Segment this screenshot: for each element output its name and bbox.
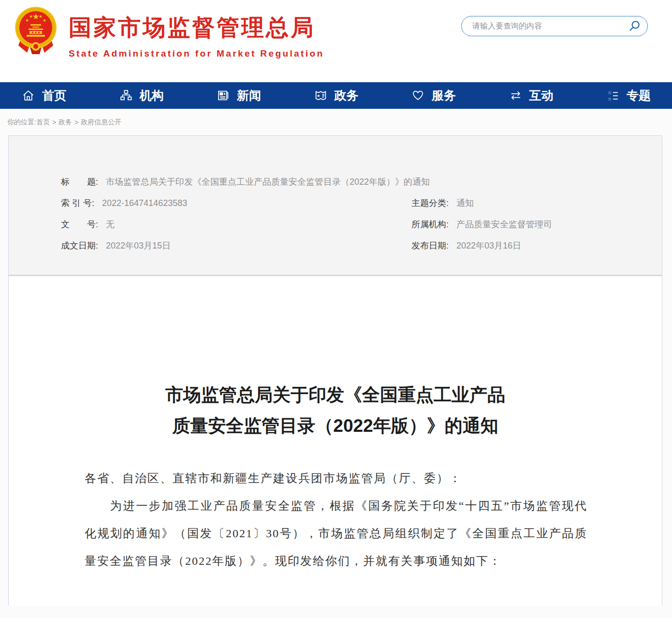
document-title-line2: 质量安全监管目录（2022年版）》的通知 [172,416,498,436]
svg-text:★: ★ [25,18,29,23]
nav-item-interaction[interactable]: 互动 [509,88,554,103]
svg-text:★: ★ [29,14,33,19]
org-icon [119,89,132,102]
heart-icon [411,89,424,102]
document-body-section: 市场监管总局关于印发《全国重点工业产品 质量安全监管目录（2022年版）》的通知… [9,275,662,575]
news-icon [217,89,230,102]
document-body-text: 各省、自治区、直辖市和新疆生产建设兵团市场监管局（厅、委）： 为进一步加强工业产… [85,465,587,575]
meta-written-date-label: 成文日期: [61,241,98,250]
meta-row-index-number: 索 引 号:2022-1647414623583 [61,199,411,207]
breadcrumb-separator: > [52,118,56,126]
nav-item-home[interactable]: 首页 [22,88,66,103]
meta-docnum-value: 无 [106,220,115,229]
meta-index-value: 2022-1647414623583 [102,198,187,208]
gov-icon: ★ [314,89,327,102]
home-icon [22,89,35,102]
nav-item-services[interactable]: 服务 [411,88,456,103]
breadcrumb-item-info-disclosure[interactable]: 政府信息公开 [81,118,121,127]
nav-item-label: 机构 [140,88,164,103]
meta-org-value: 产品质量安全监督管理司 [456,220,552,229]
meta-title-label: 标 题: [61,177,98,187]
document-container: 标 题:市场监管总局关于印发《全国重点工业产品质量安全监管目录（2022年版）》… [8,135,662,606]
nav-item-label: 专题 [627,88,651,103]
meta-row-category: 主题分类:通知 [411,199,643,207]
nav-item-organization[interactable]: 机构 [119,88,164,103]
meta-row-document-number: 文 号:无 [61,220,411,229]
search-input[interactable] [462,17,625,35]
svg-text:☆: ☆ [608,96,612,102]
meta-row-issuing-org: 所属机构:产品质量安全监督管理司 [411,220,643,229]
brand[interactable]: ★ ★ ★ ★ ★ 国家市场监督管理总局 State Administratio… [15,6,324,59]
meta-row-title: 标 题:市场监管总局关于印发《全国重点工业产品质量安全监管目录（2022年版）》… [61,177,643,186]
meta-publish-date-value: 2022年03月16日 [456,241,521,250]
nav-item-topics[interactable]: ☆ ☆ 专题 [606,88,651,103]
meta-written-date-value: 2022年03月15日 [106,241,171,250]
nav-item-label: 政务 [335,88,359,103]
breadcrumb-prefix: 你的位置: [7,118,36,127]
national-emblem-logo: ★ ★ ★ ★ ★ [15,6,57,56]
document-title: 市场监管总局关于印发《全国重点工业产品 质量安全监管目录（2022年版）》的通知 [9,380,662,441]
meta-title-value: 市场监管总局关于印发《全国重点工业产品质量安全监管目录（2022年版）》的通知 [106,177,430,187]
document-paragraph-intro: 为进一步加强工业产品质量安全监管，根据《国务院关于印发“十四五”市场监管现代化规… [85,492,587,575]
main-nav: 首页 机构 新闻 ★ [0,82,672,109]
document-paragraph-salutation: 各省、自治区、直辖市和新疆生产建设兵团市场监管局（厅、委）： [85,465,587,492]
meta-org-label: 所属机构: [411,220,449,229]
nav-item-label: 新闻 [237,88,261,103]
document-title-line1: 市场监管总局关于印发《全国重点工业产品 [165,385,505,405]
svg-text:★: ★ [39,14,43,19]
search-button[interactable] [625,20,647,32]
interact-icon [509,89,522,102]
nav-item-label: 首页 [42,88,66,103]
document-metadata: 标 题:市场监管总局关于印发《全国重点工业产品质量安全监管目录（2022年版）》… [9,136,662,275]
nav-item-news[interactable]: 新闻 [217,88,261,103]
nav-item-label: 服务 [432,88,456,103]
breadcrumb-item-government[interactable]: 政务 [58,118,72,127]
nav-item-label: 互动 [529,88,554,103]
svg-text:★: ★ [43,18,46,23]
search-icon [628,20,641,32]
svg-text:★: ★ [317,93,320,98]
meta-publish-date-label: 发布日期: [411,241,449,250]
breadcrumb: 你的位置: 首页 > 政务 > 政府信息公开 [0,109,672,135]
breadcrumb-separator: > [74,118,78,126]
meta-category-value: 通知 [456,198,474,208]
meta-row-written-date: 成文日期:2022年03月15日 [61,241,411,250]
nav-item-government[interactable]: ★ 政务 [314,88,359,103]
site-header: ★ ★ ★ ★ ★ 国家市场监督管理总局 State Administratio… [0,0,672,82]
meta-row-publish-date: 发布日期:2022年03月16日 [411,241,643,250]
meta-docnum-label: 文 号: [61,220,98,229]
meta-category-label: 主题分类: [411,198,449,208]
meta-index-label: 索 引 号: [61,198,94,208]
site-subtitle-en: State Administration for Market Regulati… [69,48,324,59]
breadcrumb-item-home[interactable]: 首页 [36,118,50,127]
search-box [461,16,648,36]
svg-text:☆: ☆ [608,90,612,95]
site-title: 国家市场监督管理总局 [69,13,324,43]
topics-icon: ☆ ☆ [606,89,619,102]
